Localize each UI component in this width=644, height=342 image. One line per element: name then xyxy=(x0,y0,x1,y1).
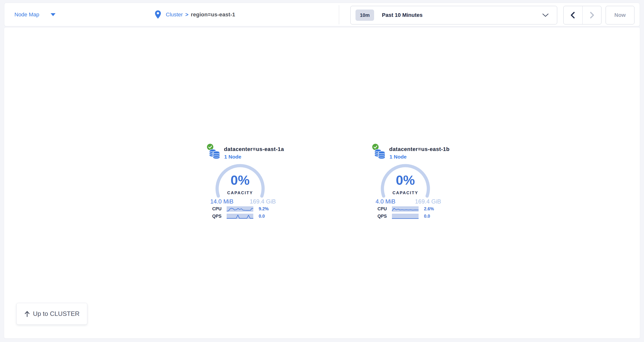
locality-card-us-east-1b[interactable]: datacenter=us-east-1b 1 Node 0% CAPACITY… xyxy=(370,143,458,226)
node-map-canvas xyxy=(4,27,640,338)
metric-value: 0.0 xyxy=(259,214,265,219)
capacity-percent: 0% xyxy=(378,173,432,187)
database-stack-icon xyxy=(374,148,386,160)
cpu-sparkline xyxy=(392,206,418,212)
metric-label: CPU xyxy=(378,206,392,212)
metric-value: 2.6% xyxy=(424,206,434,212)
time-range-badge: 10m xyxy=(356,9,374,21)
arrow-up-icon xyxy=(24,311,30,317)
qps-sparkline xyxy=(227,214,253,219)
chevron-right-icon xyxy=(589,12,594,18)
metric-value: 0.0 xyxy=(424,214,430,219)
view-selector-dropdown[interactable]: Node Map xyxy=(14,3,56,26)
breadcrumb-separator: > xyxy=(185,11,188,18)
locality-title: datacenter=us-east-1a xyxy=(224,146,284,152)
time-range-label: Past 10 Minutes xyxy=(382,12,422,18)
capacity-available: 169.4 GiB xyxy=(415,198,441,205)
metric-label: QPS xyxy=(212,214,227,219)
capacity-values: 4.0 MiB 169.4 GiB xyxy=(376,198,441,205)
view-selector-label: Node Map xyxy=(14,11,39,18)
chevron-down-icon xyxy=(542,13,549,17)
locality-node-count: 1 Node xyxy=(390,154,406,160)
time-next-button[interactable] xyxy=(582,6,602,24)
capacity-used: 4.0 MiB xyxy=(376,198,395,205)
breadcrumb: Cluster > region=us-east-1 xyxy=(155,3,235,26)
metric-label: QPS xyxy=(378,214,392,219)
time-prev-button[interactable] xyxy=(564,6,582,24)
now-button[interactable]: Now xyxy=(606,6,634,24)
up-to-cluster-button[interactable]: Up to CLUSTER xyxy=(16,303,87,325)
database-stack-icon xyxy=(209,148,221,160)
breadcrumb-current: region=us-east-1 xyxy=(191,11,235,18)
chevron-left-icon xyxy=(570,12,576,18)
capacity-available: 169.4 GiB xyxy=(250,198,276,205)
metric-row-cpu: CPU 9.2% xyxy=(212,206,269,212)
time-nav-group xyxy=(563,6,602,24)
top-bar: Node Map Cluster > region=us-east-1 10m … xyxy=(4,3,640,26)
metric-row-cpu: CPU 2.6% xyxy=(378,206,434,212)
metric-row-qps: QPS 0.0 xyxy=(378,214,430,219)
metric-label: CPU xyxy=(212,206,227,212)
up-to-cluster-label: Up to CLUSTER xyxy=(33,310,80,318)
cpu-sparkline xyxy=(227,206,253,212)
top-bar-divider xyxy=(339,5,339,24)
metric-value: 9.2% xyxy=(259,206,269,212)
qps-sparkline xyxy=(392,214,418,219)
capacity-caption: CAPACITY xyxy=(378,191,432,195)
capacity-values: 14.0 MiB 169.4 GiB xyxy=(210,198,276,205)
caret-down-icon xyxy=(50,13,56,16)
capacity-caption: CAPACITY xyxy=(213,191,267,195)
locality-title: datacenter=us-east-1b xyxy=(389,146,450,152)
location-pin-icon xyxy=(155,10,161,19)
locality-node-count: 1 Node xyxy=(224,154,241,160)
capacity-used: 14.0 MiB xyxy=(210,198,234,205)
breadcrumb-cluster-link[interactable]: Cluster xyxy=(166,11,183,18)
metric-row-qps: QPS 0.0 xyxy=(212,214,265,219)
capacity-percent: 0% xyxy=(213,173,267,187)
locality-card-us-east-1a[interactable]: datacenter=us-east-1a 1 Node 0% CAPACITY… xyxy=(205,143,293,226)
time-range-dropdown[interactable]: 10m Past 10 Minutes xyxy=(350,6,557,24)
